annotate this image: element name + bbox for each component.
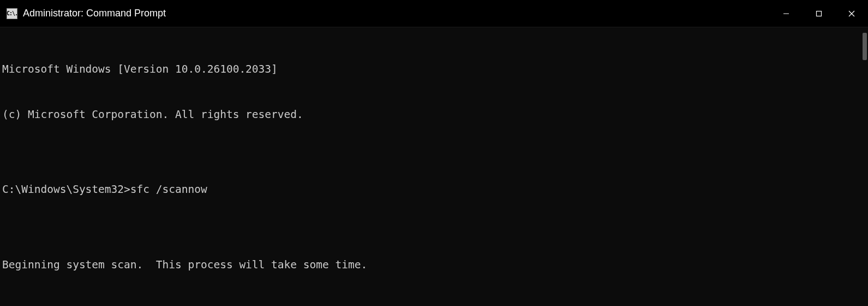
cmd-icon: C:\.	[7, 8, 17, 19]
terminal-area[interactable]: Microsoft Windows [Version 10.0.26100.20…	[0, 27, 868, 306]
maximize-button[interactable]	[803, 0, 835, 27]
terminal-line: C:\Windows\System32>sfc /scannow	[2, 182, 866, 197]
scrollbar-thumb[interactable]	[863, 33, 867, 60]
close-button[interactable]	[835, 0, 868, 27]
minimize-button[interactable]	[770, 0, 803, 27]
terminal-line: Microsoft Windows [Version 10.0.26100.20…	[2, 62, 866, 77]
titlebar[interactable]: C:\. Administrator: Command Prompt	[0, 0, 868, 27]
window-title: Administrator: Command Prompt	[23, 8, 166, 19]
window-controls	[770, 0, 868, 27]
terminal-line: Beginning system scan. This process will…	[2, 257, 866, 273]
svg-rect-1	[817, 11, 822, 16]
terminal-line: (c) Microsoft Corporation. All rights re…	[2, 107, 866, 122]
